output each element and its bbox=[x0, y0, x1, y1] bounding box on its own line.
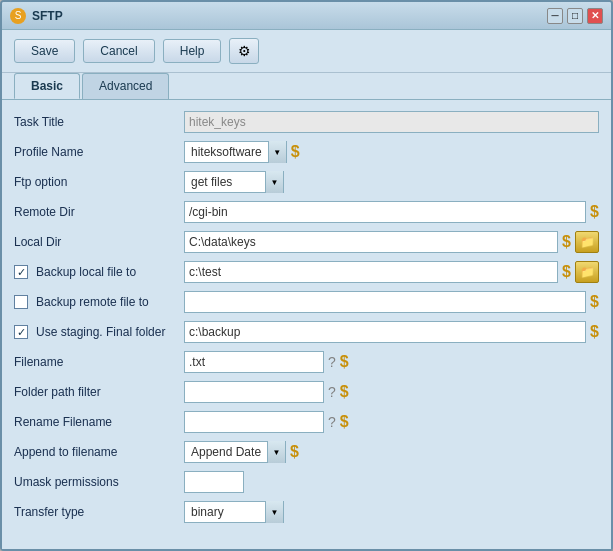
backup-local-dollar-icon[interactable]: $ bbox=[562, 263, 571, 281]
backup-remote-input[interactable] bbox=[184, 291, 586, 313]
toolbar: Save Cancel Help ⚙ bbox=[2, 30, 611, 73]
use-staging-input[interactable] bbox=[184, 321, 586, 343]
append-controls: Append Date ▼ $ bbox=[184, 441, 599, 463]
local-dir-controls: $ 📁 bbox=[184, 231, 599, 253]
folder-path-controls: ? $ bbox=[184, 381, 599, 403]
ftp-option-controls: get files ▼ bbox=[184, 171, 599, 193]
ftp-option-value: get files bbox=[185, 175, 265, 189]
transfer-value: binary bbox=[185, 505, 265, 519]
form-content: Task Title Profile Name hiteksoftware ▼ … bbox=[2, 99, 611, 549]
profile-name-label: Profile Name bbox=[14, 145, 184, 159]
profile-name-row: Profile Name hiteksoftware ▼ $ bbox=[14, 140, 599, 164]
umask-controls bbox=[184, 471, 599, 493]
append-label: Append to filename bbox=[14, 445, 184, 459]
use-staging-label: Use staging. Final folder bbox=[14, 325, 184, 339]
backup-remote-dollar-icon[interactable]: $ bbox=[590, 293, 599, 311]
append-arrow[interactable]: ▼ bbox=[267, 441, 285, 463]
window-title: SFTP bbox=[32, 9, 547, 23]
use-staging-checkbox[interactable] bbox=[14, 325, 28, 339]
title-bar: S SFTP ─ □ ✕ bbox=[2, 2, 611, 30]
close-button[interactable]: ✕ bbox=[587, 8, 603, 24]
local-dir-dollar-icon[interactable]: $ bbox=[562, 233, 571, 251]
append-dollar-icon[interactable]: $ bbox=[290, 443, 299, 461]
help-button[interactable]: Help bbox=[163, 39, 222, 63]
backup-local-input[interactable] bbox=[184, 261, 558, 283]
title-bar-buttons: ─ □ ✕ bbox=[547, 8, 603, 24]
task-title-controls bbox=[184, 111, 599, 133]
local-dir-row: Local Dir $ 📁 bbox=[14, 230, 599, 254]
ftp-option-label: Ftp option bbox=[14, 175, 184, 189]
remote-dir-row: Remote Dir $ bbox=[14, 200, 599, 224]
transfer-label: Transfer type bbox=[14, 505, 184, 519]
backup-local-label: Backup local file to bbox=[14, 265, 184, 279]
profile-name-select[interactable]: hiteksoftware ▼ bbox=[184, 141, 287, 163]
ftp-option-row: Ftp option get files ▼ bbox=[14, 170, 599, 194]
filename-row: Filename ? $ bbox=[14, 350, 599, 374]
filename-input[interactable] bbox=[184, 351, 324, 373]
transfer-select[interactable]: binary ▼ bbox=[184, 501, 284, 523]
remote-dir-controls: $ bbox=[184, 201, 599, 223]
maximize-button[interactable]: □ bbox=[567, 8, 583, 24]
folder-path-row: Folder path filter ? $ bbox=[14, 380, 599, 404]
sftp-window: S SFTP ─ □ ✕ Save Cancel Help ⚙ Basic Ad… bbox=[0, 0, 613, 551]
ftp-option-arrow[interactable]: ▼ bbox=[265, 171, 283, 193]
transfer-controls: binary ▼ bbox=[184, 501, 599, 523]
folder-path-question-icon[interactable]: ? bbox=[328, 384, 336, 400]
backup-local-checkbox[interactable] bbox=[14, 265, 28, 279]
backup-local-row: Backup local file to $ 📁 bbox=[14, 260, 599, 284]
task-title-row: Task Title bbox=[14, 110, 599, 134]
profile-name-controls: hiteksoftware ▼ $ bbox=[184, 141, 599, 163]
app-icon: S bbox=[10, 8, 26, 24]
remote-dir-input[interactable] bbox=[184, 201, 586, 223]
filename-controls: ? $ bbox=[184, 351, 599, 373]
umask-row: Umask permissions bbox=[14, 470, 599, 494]
backup-remote-controls: $ bbox=[184, 291, 599, 313]
filename-label: Filename bbox=[14, 355, 184, 369]
rename-filename-input[interactable] bbox=[184, 411, 324, 433]
backup-remote-row: Backup remote file to $ bbox=[14, 290, 599, 314]
append-value: Append Date bbox=[185, 445, 267, 459]
folder-path-label: Folder path filter bbox=[14, 385, 184, 399]
profile-name-arrow[interactable]: ▼ bbox=[268, 141, 286, 163]
task-title-input[interactable] bbox=[184, 111, 599, 133]
backup-local-controls: $ 📁 bbox=[184, 261, 599, 283]
backup-remote-label: Backup remote file to bbox=[14, 295, 184, 309]
gear-icon: ⚙ bbox=[238, 43, 251, 59]
folder-path-dollar-icon[interactable]: $ bbox=[340, 383, 349, 401]
umask-label: Umask permissions bbox=[14, 475, 184, 489]
tab-basic[interactable]: Basic bbox=[14, 73, 80, 99]
cancel-button[interactable]: Cancel bbox=[83, 39, 154, 63]
transfer-row: Transfer type binary ▼ bbox=[14, 500, 599, 524]
local-dir-label: Local Dir bbox=[14, 235, 184, 249]
use-staging-dollar-icon[interactable]: $ bbox=[590, 323, 599, 341]
save-button[interactable]: Save bbox=[14, 39, 75, 63]
local-dir-input[interactable] bbox=[184, 231, 558, 253]
remote-dir-dollar-icon[interactable]: $ bbox=[590, 203, 599, 221]
append-row: Append to filename Append Date ▼ $ bbox=[14, 440, 599, 464]
local-dir-folder-button[interactable]: 📁 bbox=[575, 231, 599, 253]
rename-filename-row: Rename Filename ? $ bbox=[14, 410, 599, 434]
rename-filename-dollar-icon[interactable]: $ bbox=[340, 413, 349, 431]
task-title-label: Task Title bbox=[14, 115, 184, 129]
tab-advanced[interactable]: Advanced bbox=[82, 73, 169, 99]
rename-filename-controls: ? $ bbox=[184, 411, 599, 433]
transfer-arrow[interactable]: ▼ bbox=[265, 501, 283, 523]
filename-dollar-icon[interactable]: $ bbox=[340, 353, 349, 371]
rename-filename-question-icon[interactable]: ? bbox=[328, 414, 336, 430]
minimize-button[interactable]: ─ bbox=[547, 8, 563, 24]
backup-remote-checkbox[interactable] bbox=[14, 295, 28, 309]
profile-name-value: hiteksoftware bbox=[185, 145, 268, 159]
rename-filename-label: Rename Filename bbox=[14, 415, 184, 429]
umask-input[interactable] bbox=[184, 471, 244, 493]
append-select[interactable]: Append Date ▼ bbox=[184, 441, 286, 463]
backup-local-folder-button[interactable]: 📁 bbox=[575, 261, 599, 283]
folder-path-input[interactable] bbox=[184, 381, 324, 403]
use-staging-row: Use staging. Final folder $ bbox=[14, 320, 599, 344]
gear-button[interactable]: ⚙ bbox=[229, 38, 259, 64]
remote-dir-label: Remote Dir bbox=[14, 205, 184, 219]
filename-question-icon[interactable]: ? bbox=[328, 354, 336, 370]
use-staging-controls: $ bbox=[184, 321, 599, 343]
profile-name-dollar-icon[interactable]: $ bbox=[291, 143, 300, 161]
ftp-option-select[interactable]: get files ▼ bbox=[184, 171, 284, 193]
tab-bar: Basic Advanced bbox=[2, 73, 611, 99]
